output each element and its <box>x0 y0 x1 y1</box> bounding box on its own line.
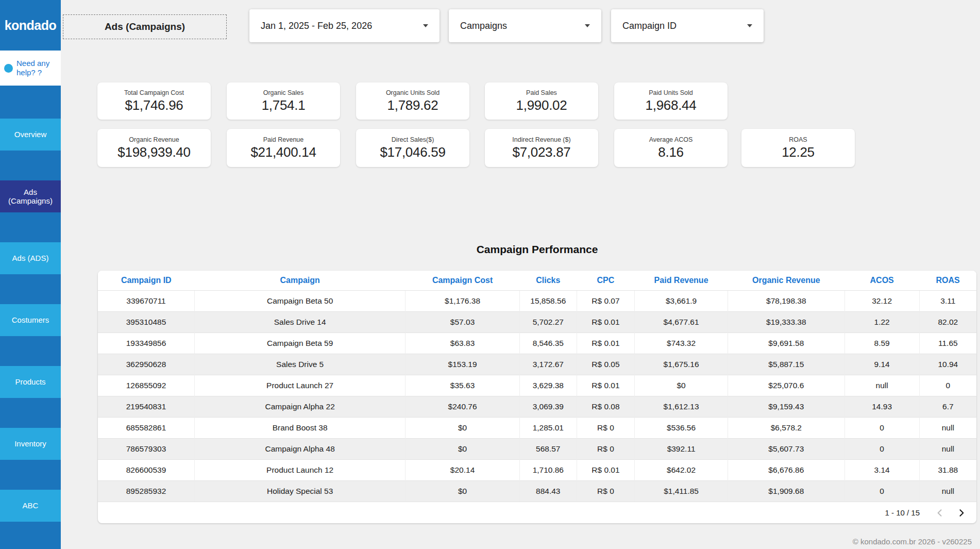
sidebar-item-inventory[interactable]: Inventory <box>0 428 61 460</box>
kpi-organic-revenue: Organic Revenue $198,939.40 <box>97 129 211 167</box>
table-cell: 15,858.56 <box>519 290 577 311</box>
chevron-right-icon[interactable] <box>953 504 970 522</box>
table-cell: 10.94 <box>919 354 976 375</box>
column-header-roas[interactable]: ROAS <box>919 271 976 290</box>
sidebar-item-ads-ads[interactable]: Ads (ADS) <box>0 242 61 274</box>
sidebar-item-label: Costumers <box>12 315 49 324</box>
table-row: 126855092Product Launch 27$35.633,629.38… <box>98 375 976 396</box>
table-cell: 3.14 <box>844 459 919 480</box>
copyright-text: © kondado.com.br 2026 - v260225 <box>853 537 972 546</box>
sidebar-item-abc[interactable]: ABC <box>0 490 61 522</box>
sidebar-item-label: Overview <box>14 130 47 139</box>
kpi-value: 1,990.02 <box>516 97 567 113</box>
campaigns-filter-value: Campaigns <box>460 21 507 31</box>
campaign-id-filter-dropdown[interactable]: Campaign ID <box>611 9 764 42</box>
table-cell: 3,172.67 <box>519 354 577 375</box>
chevron-left-icon[interactable] <box>931 504 949 522</box>
table-cell: Brand Boost 38 <box>195 417 405 438</box>
kpi-organic-units-sold: Organic Units Sold 1,789.62 <box>356 82 469 120</box>
table-cell: $1,411.85 <box>635 480 728 502</box>
table-cell: $1,675.16 <box>635 354 728 375</box>
table-cell: 0 <box>844 417 919 438</box>
column-header-campaign-id[interactable]: Campaign ID <box>98 271 195 290</box>
table-cell: 219540831 <box>98 396 195 417</box>
kpi-value: 12.25 <box>782 144 815 160</box>
table-cell: $9,159.43 <box>728 396 844 417</box>
table-cell: 8,546.35 <box>519 332 577 354</box>
table-cell: 0 <box>844 480 919 502</box>
table-cell: 362950628 <box>98 354 195 375</box>
column-header-campaign-cost[interactable]: Campaign Cost <box>405 271 520 290</box>
table-cell: 3,069.39 <box>519 396 577 417</box>
table-cell: 14.93 <box>844 396 919 417</box>
kpi-label: Indirect Revenue ($) <box>512 136 570 143</box>
table-cell: 339670711 <box>98 290 195 311</box>
table-cell: 568.57 <box>519 438 577 459</box>
kpi-value: $198,939.40 <box>117 144 190 160</box>
table-cell: 6.7 <box>919 396 976 417</box>
sidebar: kondado Need any help? ? Overview Ads (C… <box>0 0 61 549</box>
table-cell: $78,198.38 <box>728 290 844 311</box>
chevron-down-icon <box>423 24 428 27</box>
column-header-campaign[interactable]: Campaign <box>195 271 405 290</box>
table-cell: 0 <box>919 375 976 396</box>
table-cell: $35.63 <box>405 375 520 396</box>
table-cell: R$ 0.05 <box>577 354 635 375</box>
kpi-paid-sales: Paid Sales 1,990.02 <box>485 82 598 120</box>
table-cell: Campaign Alpha 48 <box>195 438 405 459</box>
kpi-label: Paid Units Sold <box>649 89 692 96</box>
table-cell: R$ 0 <box>577 480 635 502</box>
table-cell: 884.43 <box>519 480 577 502</box>
table-cell: $6,578.2 <box>728 417 844 438</box>
column-header-cpc[interactable]: CPC <box>577 271 635 290</box>
table-cell: 786579303 <box>98 438 195 459</box>
need-help-link[interactable]: Need any help? ? <box>0 51 61 86</box>
sidebar-item-ads-campaigns[interactable]: Ads (Campaigns) <box>0 180 61 212</box>
kpi-label: Paid Sales <box>526 89 557 96</box>
column-header-paid-revenue[interactable]: Paid Revenue <box>635 271 728 290</box>
table-cell: R$ 0.01 <box>577 375 635 396</box>
table-row: 786579303Campaign Alpha 48$0568.57R$ 0$3… <box>98 438 976 459</box>
sidebar-item-products[interactable]: Products <box>0 366 61 398</box>
date-range-dropdown[interactable]: Jan 1, 2025 - Feb 25, 2026 <box>249 9 440 42</box>
table-cell: Campaign Beta 50 <box>195 290 405 311</box>
campaigns-filter-dropdown[interactable]: Campaigns <box>449 9 601 42</box>
sidebar-item-overview[interactable]: Overview <box>0 119 61 151</box>
kpi-label: Organic Units Sold <box>386 89 440 96</box>
table-cell: 395310485 <box>98 311 195 332</box>
table-cell: $153.19 <box>405 354 520 375</box>
table-cell: $5,887.15 <box>728 354 844 375</box>
sidebar-item-label: Ads (Campaigns) <box>2 188 59 206</box>
table-cell: 685582861 <box>98 417 195 438</box>
table-cell: 126855092 <box>98 375 195 396</box>
sidebar-item-label: ABC <box>23 501 39 510</box>
table-cell: R$ 0.01 <box>577 459 635 480</box>
kpi-value: $1,746.96 <box>125 97 183 113</box>
table-cell: 82.02 <box>919 311 976 332</box>
table-cell: R$ 0 <box>577 417 635 438</box>
table-cell: Product Launch 12 <box>195 459 405 480</box>
kpi-value: $21,400.14 <box>250 144 316 160</box>
table-cell: R$ 0.01 <box>577 332 635 354</box>
column-header-clicks[interactable]: Clicks <box>519 271 577 290</box>
pagination-range-label: 1 - 10 / 15 <box>885 508 920 517</box>
column-header-acos[interactable]: ACOS <box>844 271 919 290</box>
table-cell: 826600539 <box>98 459 195 480</box>
table-cell: 1,285.01 <box>519 417 577 438</box>
table-cell: $536.56 <box>635 417 728 438</box>
kpi-label: Organic Sales <box>263 89 304 96</box>
table-cell: 1.22 <box>844 311 919 332</box>
date-range-value: Jan 1, 2025 - Feb 25, 2026 <box>261 21 372 31</box>
table-cell: null <box>919 480 976 502</box>
sidebar-item-costumers[interactable]: Costumers <box>0 304 61 336</box>
column-header-organic-revenue[interactable]: Organic Revenue <box>728 271 844 290</box>
table-cell: R$ 0 <box>577 438 635 459</box>
table-cell: 32.12 <box>844 290 919 311</box>
logo-text: kondado <box>5 18 57 33</box>
table-title: Campaign Performance <box>98 243 976 256</box>
table-cell: $0 <box>405 480 520 502</box>
sidebar-item-label: Inventory <box>14 439 46 448</box>
table-cell: $57.03 <box>405 311 520 332</box>
table-cell: $20.14 <box>405 459 520 480</box>
chevron-down-icon <box>747 24 752 27</box>
